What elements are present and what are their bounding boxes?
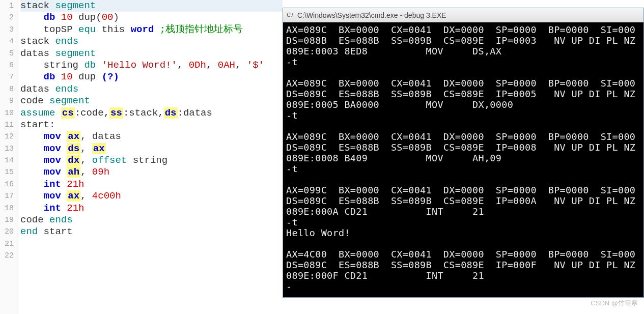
token: db (84, 60, 96, 71)
token (61, 179, 67, 190)
code-line[interactable]: mov ah, 09h (20, 166, 283, 178)
token: ds (164, 107, 178, 119)
token: equ (78, 24, 96, 35)
token (61, 203, 67, 214)
token: ah (67, 166, 80, 178)
line-number: 12 (0, 131, 14, 142)
line-number: 7 (0, 71, 14, 83)
token: segment (49, 95, 90, 106)
token: dx (67, 155, 80, 166)
code-line[interactable]: code ends (20, 214, 283, 226)
terminal-output[interactable]: AX=089C BX=0000 CX=0041 DX=0000 SP=0000 … (283, 22, 643, 294)
token: mov (44, 190, 61, 202)
token (55, 107, 61, 119)
line-number: 18 (0, 203, 14, 214)
cmd-window[interactable]: C:\ C:\Windows\System32\cmd.exe - debug … (283, 8, 644, 298)
token: 10 (61, 71, 73, 82)
token: this (96, 24, 130, 35)
token: assume (20, 107, 55, 119)
code-line[interactable]: start: (20, 119, 283, 131)
token: , (177, 60, 189, 71)
token: (?) (102, 71, 119, 82)
code-line[interactable] (20, 238, 283, 250)
code-line[interactable]: int 21h (20, 203, 283, 214)
watermark: CSDN @竹等寒 (591, 299, 638, 308)
line-number: 11 (0, 119, 14, 131)
token: ss (109, 107, 123, 119)
code-line[interactable]: datas segment (20, 48, 283, 60)
token: ax (67, 190, 80, 202)
line-number: 10 (0, 107, 14, 119)
code-line[interactable]: mov ds, ax (20, 143, 283, 155)
code-line[interactable]: db 10 dup(00) (20, 12, 283, 23)
token: offset (92, 155, 127, 166)
line-gutter: 12345678910111213141516171819202122 (0, 0, 18, 314)
token: topSP (44, 24, 78, 35)
token: , (235, 60, 247, 71)
token: 'Hello Word!' (102, 60, 177, 71)
token: int (44, 203, 61, 214)
line-number: 5 (0, 48, 14, 60)
token: code (20, 214, 49, 225)
token: stack (20, 36, 55, 47)
token (96, 60, 101, 71)
token (61, 143, 67, 154)
token: code (20, 95, 49, 106)
token: , (80, 155, 92, 166)
token (154, 24, 159, 35)
code-line[interactable]: string db 'Hello Word!', 0Dh, 0AH, '$' (20, 60, 283, 71)
line-number: 1 (0, 0, 14, 12)
token (61, 131, 67, 142)
token: '$' (247, 60, 264, 71)
token (61, 166, 67, 178)
line-number: 15 (0, 166, 14, 178)
code-line[interactable]: assume cs:code,ss:stack,ds:datas (20, 107, 283, 119)
token: , (80, 166, 92, 178)
cmd-icon: C:\ (286, 12, 294, 19)
token: string (127, 155, 167, 166)
line-number: 16 (0, 179, 14, 190)
line-number: 20 (0, 226, 14, 238)
token: ax (67, 131, 80, 142)
code-line[interactable]: datas ends (20, 83, 283, 95)
token: mov (44, 131, 61, 142)
token: ;栈顶指针地址标号 (160, 24, 243, 35)
token: ends (55, 36, 78, 47)
token: :stack, (123, 107, 164, 119)
token: ds (67, 143, 80, 154)
token: mov (44, 143, 61, 154)
code-line[interactable] (20, 250, 283, 262)
cmd-titlebar[interactable]: C:\ C:\Windows\System32\cmd.exe - debug … (283, 8, 643, 22)
token (61, 155, 67, 166)
code-line[interactable]: code segment (20, 95, 283, 107)
line-number: 2 (0, 12, 14, 23)
code-editor-pane[interactable]: 12345678910111213141516171819202122 stac… (0, 0, 283, 314)
code-line[interactable]: mov ax, datas (20, 131, 283, 142)
token: word (131, 24, 154, 35)
line-number: 22 (0, 250, 14, 262)
code-line[interactable]: int 21h (20, 179, 283, 190)
code-line[interactable]: stack segment (20, 0, 283, 12)
token: ax (92, 143, 106, 154)
token: datas (20, 48, 55, 59)
code-line[interactable]: stack ends (20, 36, 283, 47)
token: datas (20, 83, 55, 95)
token: ends (55, 83, 78, 95)
token: 10 (61, 12, 73, 23)
token: dup( (73, 12, 102, 23)
line-number: 19 (0, 214, 14, 226)
code-line[interactable]: mov dx, offset string (20, 155, 283, 166)
token: db (44, 12, 55, 23)
token: :datas (178, 107, 212, 119)
token: :code, (75, 107, 109, 119)
code-line[interactable]: db 10 dup (?) (20, 71, 283, 83)
token: string (44, 60, 85, 71)
token: 00 (102, 12, 114, 23)
code-line[interactable]: topSP equ this word ;栈顶指针地址标号 (20, 24, 283, 36)
line-number: 13 (0, 143, 14, 155)
code-line[interactable]: mov ax, 4c00h (20, 190, 283, 202)
token: 0AH (218, 60, 235, 71)
code-area[interactable]: stack segment db 10 dup(00) topSP equ th… (18, 0, 283, 314)
code-line[interactable]: end start (20, 226, 283, 238)
token: cs (61, 107, 75, 119)
